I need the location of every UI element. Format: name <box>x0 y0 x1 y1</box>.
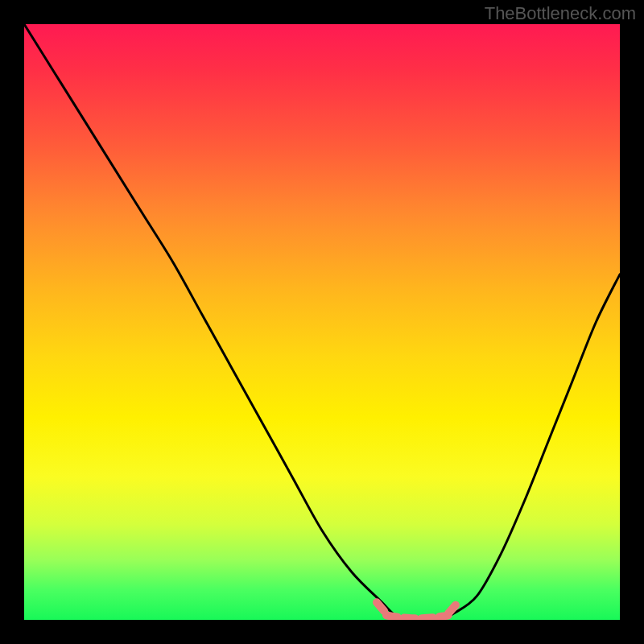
bottleneck-curve <box>24 24 620 620</box>
chart-svg <box>24 24 620 620</box>
axis-left-border <box>0 0 24 644</box>
chart-plot-area <box>24 24 620 620</box>
watermark-text: TheBottleneck.com <box>485 3 636 24</box>
axis-bottom-border <box>0 620 644 644</box>
axis-right-border <box>620 0 644 644</box>
